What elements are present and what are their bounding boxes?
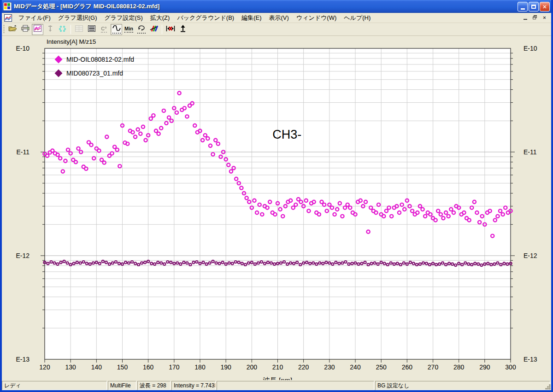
mid-graph-plot[interactable]: 1201301401501601701801902002102202302402… [2, 36, 551, 380]
x-tick-label: 170 [169, 363, 180, 371]
status-bar: レディ MultiFile 波長 = 298 Intensity = 7.743… [2, 380, 551, 390]
toolbar-separator [71, 25, 71, 34]
y-tick-label-left: E-13 [16, 356, 29, 363]
x-tick-label: 180 [194, 363, 206, 371]
printer-icon [21, 25, 29, 34]
brush-button[interactable] [148, 24, 159, 35]
legend-label-1: MID-OIL080812-02.mfd [66, 56, 134, 63]
print-button[interactable] [19, 24, 31, 35]
mdi-document-icon[interactable] [4, 14, 12, 22]
grid-icon [75, 25, 83, 34]
resize-grip[interactable] [545, 384, 551, 390]
menu-item-7[interactable]: 表示(V) [265, 13, 293, 23]
graph-view-button[interactable] [32, 24, 43, 35]
x-tick-label: 120 [39, 363, 50, 371]
menu-item-9[interactable]: ヘルプ(H) [340, 13, 374, 23]
grid-table-button[interactable] [73, 24, 85, 35]
annotation-ch3: CH3- [272, 128, 301, 141]
app-icon [3, 2, 12, 11]
x-tick-label: 130 [65, 363, 76, 371]
clear-x-icon [166, 25, 175, 34]
x-tick-label: 220 [298, 363, 309, 371]
x-tick-label: 270 [428, 363, 439, 371]
folder-open-icon [8, 25, 17, 34]
status-ready: レディ [2, 381, 107, 390]
x-tick-label: 200 [247, 363, 258, 371]
wave-scale-button[interactable] [111, 24, 122, 35]
menu-item-8[interactable]: ウィンドウ(W) [293, 13, 340, 23]
menu-item-2[interactable]: グラフ選択(G) [54, 13, 101, 23]
export-up-button[interactable] [177, 24, 188, 35]
x-tick-label: 230 [324, 363, 335, 371]
refresh-icon [137, 25, 146, 34]
mdi-restore-icon [533, 15, 537, 19]
overlay-button[interactable] [57, 24, 68, 35]
marker-drop-button[interactable] [44, 24, 56, 35]
menu-item-5[interactable]: バックグラウンド(B) [173, 13, 238, 23]
mdi-close-icon: × [543, 15, 546, 20]
marker-drop-icon [47, 25, 53, 34]
title-bar[interactable]: MIDデータ処理 - [MIDグラフ MID-OIL080812-02.mfd]… [0, 0, 553, 13]
mdi-minimize-icon [524, 19, 527, 20]
menu-item-4[interactable]: 拡大(Z) [147, 13, 174, 23]
y-tick-label-left: E-10 [16, 45, 29, 52]
open-file-button[interactable] [7, 24, 18, 35]
menu-item-3[interactable]: グラフ設定(S) [101, 13, 147, 23]
status-spare [217, 381, 374, 390]
celsius-icon: C° [101, 26, 106, 33]
mdi-close-button[interactable]: × [541, 14, 548, 21]
maximize-button[interactable] [529, 2, 539, 12]
menu-bar: ファイル(F)グラフ選択(G)グラフ設定(S)拡大(Z)バックグラウンド(B)編… [2, 13, 551, 23]
list-icon [88, 25, 95, 34]
y-tick-label-right: E-12 [524, 252, 537, 259]
toolbar-grip[interactable] [3, 25, 5, 34]
x-axis-label: 波長 [nm] [263, 376, 292, 380]
x-tick-label: 280 [453, 363, 465, 371]
graph-icon [34, 25, 41, 34]
close-icon: ✕ [542, 4, 547, 10]
x-tick-label: 300 [505, 363, 516, 371]
maximize-icon [531, 5, 536, 9]
window-title: MIDデータ処理 - [MIDグラフ MID-OIL080812-02.mfd] [14, 2, 159, 11]
y-tick-label-left: E-12 [16, 252, 29, 259]
mdi-minimize-button[interactable] [521, 14, 529, 21]
x-tick-label: 240 [350, 363, 361, 371]
min-icon: Min [124, 26, 133, 33]
x-tick-label: 210 [272, 363, 283, 371]
x-tick-label: 250 [376, 363, 387, 371]
x-tick-label: 140 [91, 363, 102, 371]
y-tick-label-right: E-10 [524, 45, 537, 52]
celsius-scale-button[interactable]: C° [98, 24, 110, 35]
menu-item-6[interactable]: 編集(E) [238, 13, 265, 23]
color-stripes-icon [150, 25, 158, 34]
x-tick-label: 160 [143, 363, 154, 371]
x-tick-label: 260 [402, 363, 413, 371]
x-tick-label: 150 [117, 363, 128, 371]
sine-wave-icon [112, 25, 121, 34]
minimize-button[interactable] [518, 2, 528, 12]
minimize-icon [521, 8, 525, 10]
refresh-scale-button[interactable] [135, 24, 147, 35]
status-bg: BG 設定なし [375, 381, 550, 390]
clear-x-button[interactable] [165, 24, 176, 35]
window-border [0, 390, 553, 392]
x-tick-label: 190 [220, 363, 231, 371]
data-list-button[interactable] [86, 24, 97, 35]
overlay-dots-icon [59, 25, 66, 34]
menu-item-1[interactable]: ファイル(F) [15, 13, 54, 23]
mdi-restore-button[interactable] [531, 14, 539, 21]
graph-client-area: 1201301401501601701801902002102202302402… [2, 36, 551, 380]
toolbar: C°Min [2, 23, 551, 36]
legend-label-2: MID080723_01.mfd [66, 70, 123, 77]
x-tick-label: 290 [479, 363, 490, 371]
close-button[interactable]: ✕ [540, 2, 550, 12]
y-tick-label-right: E-11 [524, 148, 537, 156]
min-scale-button[interactable]: Min [123, 24, 135, 35]
status-wavelength: 波長 = 298 [137, 381, 171, 390]
chart-title: Intensity[A] M/z15 [47, 38, 96, 45]
up-arrow-icon [180, 25, 186, 34]
y-tick-label-right: E-13 [524, 356, 537, 363]
toolbar-separator [162, 25, 162, 34]
status-intensity: Intensity = 7.743E-12 [171, 381, 216, 390]
app-window: MIDデータ処理 - [MIDグラフ MID-OIL080812-02.mfd]… [0, 0, 553, 392]
